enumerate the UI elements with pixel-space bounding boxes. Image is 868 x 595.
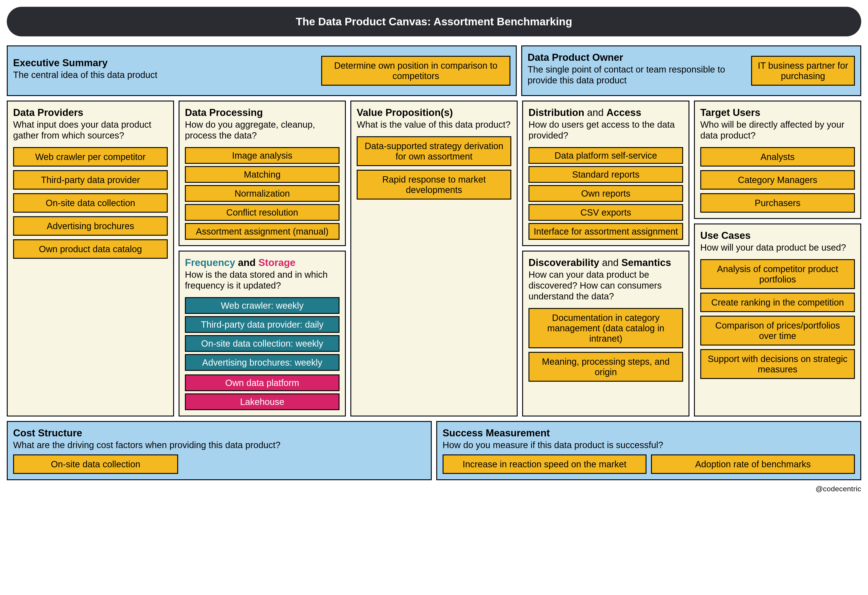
chip: Analysis of competitor product portfolio… [700,259,855,289]
chip: Interface for assortment assignment [528,223,683,240]
chip: Data-supported strategy derivation for o… [357,136,511,166]
panel-subtitle: How do you measure if this data product … [443,439,855,451]
chip: Increase in reaction speed on the market [443,454,647,474]
heading-part-semantics: Semantics [621,257,671,268]
chip-list: Documentation in category management (da… [528,308,683,382]
panel-heading: Data Processing [185,107,340,118]
heading-part-access: Access [607,107,641,118]
heading-part-distribution: Distribution [528,107,584,118]
heading-part-discoverability: Discoverability [528,257,599,268]
panel-distribution-access: Distribution and Access How do users get… [522,100,689,246]
panel-heading: Value Proposition(s) [357,107,511,118]
chip: Own data platform [185,374,340,391]
chip: Determine own position in comparison to … [321,56,511,85]
panel-success-measurement: Success Measurement How do you measure i… [436,421,861,480]
chip: Conflict resolution [185,204,340,221]
canvas: Executive Summary The central idea of th… [7,46,861,480]
panel-use-cases: Use Cases How will your data product be … [694,224,861,417]
chip: Standard reports [528,166,683,183]
panel-subtitle: How do users get access to the data prov… [528,119,683,141]
chip: On-site data collection: weekly [185,335,340,352]
panel-subtitle: What input does your data product gather… [13,119,168,141]
panel-subtitle: What are the driving cost factors when p… [13,439,425,451]
panel-heading: Distribution and Access [528,107,683,118]
panel-subtitle: What is the value of this data product? [357,119,511,130]
chip-list: AnalystsCategory ManagersPurchasers [700,147,855,213]
chip-list: Image analysisMatchingNormalizationConfl… [185,147,340,240]
panel-heading: Frequency and Storage [185,257,340,268]
chip: Assortment assignment (manual) [185,223,340,240]
chip: Normalization [185,185,340,202]
panel-subtitle: How will your data product be used? [700,242,855,253]
heading-part-frequency: Frequency [185,257,235,268]
chip-list-frequency: Web crawler: weeklyThird-party data prov… [185,297,340,371]
brand-footer: @codecentric [7,485,861,493]
panel-heading: Data Product Owner [528,52,746,63]
chip: Purchasers [700,193,855,213]
page-title: The Data Product Canvas: Assortment Benc… [7,7,861,36]
chip: Data platform self-service [528,147,683,164]
chip: On-site data collection [13,193,168,213]
panel-executive-summary: Executive Summary The central idea of th… [7,46,517,96]
chip: Documentation in category management (da… [528,308,683,348]
panel-subtitle: Who will be directly affected by your da… [700,119,855,141]
chip: Advertising brochures [13,216,168,236]
chip: CSV exports [528,204,683,221]
panel-heading: Executive Summary [13,57,316,68]
panel-heading: Discoverability and Semantics [528,257,683,268]
chip: Own product data catalog [13,239,168,259]
chip-list: Data-supported strategy derivation for o… [357,136,511,200]
chip: Third-party data provider [13,170,168,190]
chip-list: Analysis of competitor product portfolio… [700,259,855,379]
panel-subtitle: The central idea of this data product [13,69,316,80]
panel-data-processing: Data Processing How do you aggregate, cl… [179,100,346,246]
chip: Create ranking in the competition [700,293,855,312]
heading-part-storage: Storage [258,257,295,268]
panel-data-providers: Data Providers What input does your data… [7,100,174,417]
chip: IT business partner for purchasing [751,56,855,85]
panel-heading: Cost Structure [13,427,425,439]
panel-target-users: Target Users Who will be directly affect… [694,100,861,219]
panel-subtitle: How can your data product be discovered?… [528,269,683,302]
panel-subtitle: How is the data stored and in which freq… [185,269,340,291]
chip: Matching [185,166,340,183]
chip: Category Managers [700,170,855,190]
panel-data-product-owner: Data Product Owner The single point of c… [521,46,861,96]
panel-subtitle: How do you aggregate, cleanup, process t… [185,119,340,141]
chip: Meaning, processing steps, and origin [528,352,683,382]
chip: On-site data collection [13,454,178,474]
chip: Own reports [528,185,683,202]
panel-heading: Data Providers [13,107,168,118]
heading-join: and [599,257,621,268]
panel-heading: Success Measurement [443,427,855,439]
chip: Comparison of prices/portfolios over tim… [700,316,855,346]
chip: Web crawler: weekly [185,297,340,314]
chip: Web crawler per competitor [13,147,168,166]
chip: Lakehouse [185,393,340,410]
chip: Analysts [700,147,855,166]
panel-discoverability-semantics: Discoverability and Semantics How can yo… [522,250,689,417]
panel-subtitle: The single point of contact or team resp… [528,64,746,85]
heading-join: and [235,257,258,268]
heading-join: and [584,107,607,118]
chip-list-storage: Own data platformLakehouse [185,374,340,410]
chip: Image analysis [185,147,340,164]
panel-heading: Use Cases [700,230,855,241]
panel-cost-structure: Cost Structure What are the driving cost… [7,421,432,480]
panel-value-proposition: Value Proposition(s) What is the value o… [350,100,518,417]
chip-list: Web crawler per competitorThird-party da… [13,147,168,259]
chip-list: Data platform self-serviceStandard repor… [528,147,683,240]
chip: Support with decisions on strategic meas… [700,349,855,379]
panel-frequency-storage: Frequency and Storage How is the data st… [179,250,346,417]
panel-heading: Target Users [700,107,855,118]
chip: Adoption rate of benchmarks [651,454,855,474]
chip: Rapid response to market developments [357,170,511,200]
chip: Third-party data provider: daily [185,316,340,333]
chip: Advertising brochures: weekly [185,354,340,371]
